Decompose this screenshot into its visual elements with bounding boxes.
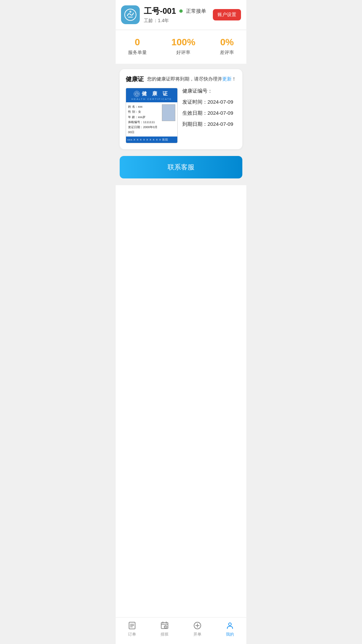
account-settings-button[interactable]: 账户设置	[213, 9, 241, 20]
svg-point-16	[229, 623, 231, 626]
effective-date-value: 2024-07-09	[207, 110, 233, 116]
header: 工号-001 正常接单 工龄：1.4年 账户设置	[116, 0, 246, 30]
cert-body: 姓 名：xxx 性 别：女 年 龄：xxx岁 体检编号：1111111 发证日期…	[126, 102, 177, 137]
cert-number-label: 健康证编号：	[182, 88, 213, 94]
stat-bad-rate: 0% 差评率	[220, 37, 234, 56]
contact-service-button[interactable]: 联系客服	[120, 156, 242, 178]
cert-number-row: 健康证编号：	[182, 88, 236, 94]
main-content	[116, 185, 246, 617]
nav-label-profile: 我的	[226, 632, 234, 637]
nav-label-order: 订单	[128, 632, 136, 637]
nav-item-profile[interactable]: 我的	[220, 621, 240, 637]
stat-bad-rate-label: 差评率	[220, 50, 234, 56]
cert-gender: 性 别：女	[128, 109, 160, 114]
stat-service-count-label: 服务单量	[128, 50, 147, 56]
profile-icon	[225, 621, 235, 630]
bottom-nav: 订单 排班 开单	[116, 617, 246, 644]
schedule-icon	[160, 621, 169, 630]
expiry-date-value: 2024-07-09	[207, 121, 233, 127]
stat-good-rate: 100% 好评率	[171, 37, 195, 56]
health-cert-title: 健康证	[126, 75, 144, 83]
cert-logo-icon	[134, 91, 140, 97]
nav-item-add[interactable]: 开单	[187, 621, 207, 637]
notice-text: 您的健康证即将到期，请尽快办理并	[147, 76, 222, 82]
stat-bad-rate-value: 0%	[220, 37, 234, 48]
cert-details: 健康证编号： 发证时间：2024-07-09 生效日期：2024-07-09 到…	[182, 88, 236, 127]
cert-title-en: HEALTH CERTIFICATE	[127, 98, 176, 101]
cert-photo	[162, 104, 175, 121]
status-dot-icon	[179, 9, 183, 13]
section-gap	[116, 64, 246, 69]
cert-fields: 姓 名：xxx 性 别：女 年 龄：xxx岁 体检编号：1111111 发证日期…	[128, 104, 160, 135]
app-logo	[121, 5, 140, 24]
nav-label-schedule: 排班	[161, 632, 169, 637]
card-header: 健康证 您的健康证即将到期，请尽快办理并更新！	[126, 75, 236, 83]
cert-issue-date: 发证日期：2000年0月00日	[128, 125, 160, 135]
worker-id: 工号-001	[144, 6, 176, 16]
add-icon	[193, 621, 202, 630]
cert-seal: xxx.X X X X X X X X X 医院	[126, 137, 177, 143]
notice-suffix: ！	[232, 76, 236, 82]
stat-service-count: 0 服务单量	[128, 37, 147, 56]
stats-bar: 0 服务单量 100% 好评率 0% 差评率	[116, 30, 246, 64]
health-cert-notice: 您的健康证即将到期，请尽快办理并更新！	[147, 76, 236, 82]
effective-date-label: 生效日期：	[182, 110, 207, 116]
contact-btn-wrap: 联系客服	[116, 149, 246, 185]
card-body: 健 康 证 HEALTH CERTIFICATE 姓 名：xxx 性 别：女 年…	[126, 88, 236, 143]
cert-title-cn: 健 康 证	[142, 91, 170, 97]
issue-time-value: 2024-07-09	[207, 99, 233, 105]
cert-age: 年 龄：xxx岁	[128, 115, 160, 120]
nav-item-order[interactable]: 订单	[122, 621, 142, 637]
cert-header-bar: 健 康 证 HEALTH CERTIFICATE	[126, 88, 177, 102]
cert-exam-no: 体检编号：1111111	[128, 120, 160, 125]
nav-item-schedule[interactable]: 排班	[155, 621, 175, 637]
notice-link[interactable]: 更新	[222, 76, 232, 82]
cert-name: 姓 名：xxx	[128, 104, 160, 109]
stat-service-count-value: 0	[135, 37, 140, 48]
expiry-date-row: 到期日期：2024-07-09	[182, 121, 236, 127]
expiry-date-label: 到期日期：	[182, 121, 207, 127]
nav-label-add: 开单	[193, 632, 201, 637]
issue-time-label: 发证时间：	[182, 99, 207, 105]
cert-image: 健 康 证 HEALTH CERTIFICATE 姓 名：xxx 性 别：女 年…	[126, 88, 178, 143]
status-text: 正常接单	[186, 8, 206, 14]
issue-time-row: 发证时间：2024-07-09	[182, 99, 236, 105]
svg-point-1	[129, 11, 131, 13]
stat-good-rate-value: 100%	[171, 37, 195, 48]
health-cert-card: 健康证 您的健康证即将到期，请尽快办理并更新！ 健 康 证 HEALTH CER…	[120, 69, 242, 149]
order-icon	[127, 621, 137, 630]
effective-date-row: 生效日期：2024-07-09	[182, 110, 236, 116]
stat-good-rate-label: 好评率	[176, 50, 190, 56]
